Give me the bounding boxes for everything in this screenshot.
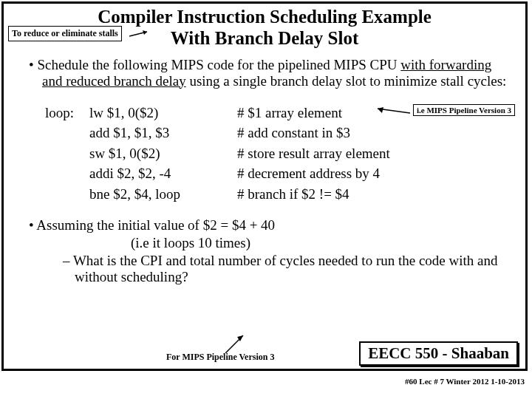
title-line-2: With Branch Delay Slot: [171, 28, 358, 48]
slide-body: • Schedule the following MIPS code for t…: [20, 57, 509, 286]
course-badge: EECC 550 - Shaaban: [359, 341, 518, 366]
para2-question: – What is the CPI and total number of cy…: [75, 253, 509, 285]
code-cmt: # decrement address by 4: [237, 163, 509, 184]
para2: Assuming the initial value of $2 = $4 + …: [36, 217, 275, 233]
bullet-schedule: • Schedule the following MIPS code for t…: [42, 57, 509, 89]
dash: –: [63, 253, 73, 268]
code-line: add $1, $1, $3 # add constant in $3: [45, 123, 509, 143]
code-ins: add $1, $1, $3: [89, 123, 237, 143]
bullet-dot: •: [29, 57, 37, 72]
annot-reduce-stalls: To reduce or eliminate stalls: [8, 26, 122, 41]
code-block: loop: lw $1, 0($2) # $1 array element ad…: [45, 103, 509, 205]
annot-pipeline-v3-top: i.e MIPS Pipeline Version 3: [413, 104, 515, 116]
code-cmt: # store result array element: [237, 143, 509, 164]
code-cmt: # branch if $2 != $4: [237, 184, 509, 205]
bullet-dot: •: [29, 217, 36, 233]
code-ins: addi $2, $2, -4: [89, 163, 237, 184]
title-line-1: Compiler Instruction Scheduling Example: [98, 7, 432, 27]
code-line: addi $2, $2, -4 # decrement address by 4: [45, 163, 509, 184]
pointer-icon: [129, 29, 151, 44]
code-ins: sw $1, 0($2): [89, 143, 237, 164]
bullet-assume: • Assuming the initial value of $2 = $4 …: [42, 217, 509, 285]
code-line: sw $1, 0($2) # store result array elemen…: [45, 143, 509, 164]
para2-sub: (i.e it loops 10 times): [131, 235, 509, 251]
code-ins: lw $1, 0($2): [89, 103, 237, 123]
para1-a: Schedule the following MIPS code for the…: [37, 57, 400, 72]
code-ins: bne $2, $4, loop: [89, 184, 237, 205]
slide-frame: To reduce or eliminate stalls Compiler I…: [1, 1, 528, 371]
code-line: bne $2, $4, loop # branch if $2 != $4: [45, 184, 509, 205]
pointer-icon: [373, 107, 410, 119]
annot-pipeline-v3-bottom: For MIPS Pipeline Version 3: [166, 352, 274, 363]
para1-b: using a single branch delay slot to mini…: [186, 73, 507, 89]
pointer-icon: [225, 332, 248, 353]
para2-q-text: What is the CPI and total number of cycl…: [73, 253, 498, 284]
code-cmt: # add constant in $3: [237, 123, 509, 143]
svg-marker-3: [378, 107, 383, 113]
loop-label: loop:: [45, 103, 89, 123]
